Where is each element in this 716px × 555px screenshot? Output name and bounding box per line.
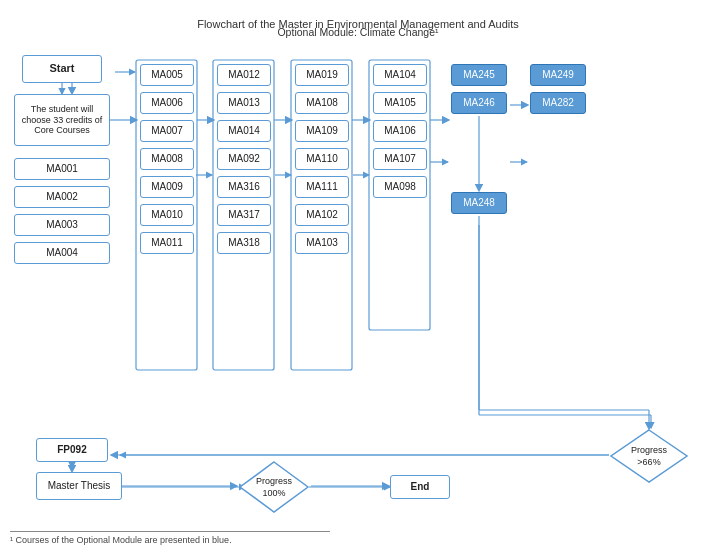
progress100-diamond: Progress 100% xyxy=(238,460,310,514)
ma282-box: MA282 xyxy=(530,92,586,114)
ma104-box: MA104 xyxy=(373,64,427,86)
ma001-box: MA001 xyxy=(14,158,110,180)
svg-text:Progress: Progress xyxy=(631,445,668,455)
ma002-box: MA002 xyxy=(14,186,110,208)
subtitle: Optional Module: Climate Change¹ xyxy=(0,26,716,38)
ma316-box: MA316 xyxy=(217,176,271,198)
ma110-box: MA110 xyxy=(295,148,349,170)
ma245-box: MA245 xyxy=(451,64,507,86)
ma317-box: MA317 xyxy=(217,204,271,226)
ma105-box: MA105 xyxy=(373,92,427,114)
ma318-box: MA318 xyxy=(217,232,271,254)
ma092-box: MA092 xyxy=(217,148,271,170)
end-box: End xyxy=(390,475,450,499)
ma006-box: MA006 xyxy=(140,92,194,114)
ma098-box: MA098 xyxy=(373,176,427,198)
ma102-box: MA102 xyxy=(295,204,349,226)
footnote: ¹ Courses of the Optional Module are pre… xyxy=(10,531,330,545)
svg-marker-21 xyxy=(611,430,687,482)
ma007-box: MA007 xyxy=(140,120,194,142)
ma108-box: MA108 xyxy=(295,92,349,114)
ma106-box: MA106 xyxy=(373,120,427,142)
ma249-box: MA249 xyxy=(530,64,586,86)
ma014-box: MA014 xyxy=(217,120,271,142)
master-thesis-box: Master Thesis xyxy=(36,472,122,500)
ma003-box: MA003 xyxy=(14,214,110,236)
ma248-box: MA248 xyxy=(451,192,507,214)
ma013-box: MA013 xyxy=(217,92,271,114)
svg-marker-18 xyxy=(240,462,308,512)
start-box: Start xyxy=(22,55,102,83)
ma008-box: MA008 xyxy=(140,148,194,170)
ma019-box: MA019 xyxy=(295,64,349,86)
ma246-box: MA246 xyxy=(451,92,507,114)
fp092-box: FP092 xyxy=(36,438,108,462)
ma111-box: MA111 xyxy=(295,176,349,198)
progress66-diamond: Progress >66% xyxy=(609,428,689,484)
page: Flowchart of the Master in Environmental… xyxy=(0,0,716,555)
ma107-box: MA107 xyxy=(373,148,427,170)
ma011-box: MA011 xyxy=(140,232,194,254)
svg-text:Progress: Progress xyxy=(256,476,293,486)
ma005-box: MA005 xyxy=(140,64,194,86)
ma010-box: MA010 xyxy=(140,204,194,226)
ma103-box: MA103 xyxy=(295,232,349,254)
svg-text:100%: 100% xyxy=(262,488,285,498)
ma109-box: MA109 xyxy=(295,120,349,142)
ma004-box: MA004 xyxy=(14,242,110,264)
ma009-box: MA009 xyxy=(140,176,194,198)
core-courses-box: The student will choose 33 credits of Co… xyxy=(14,94,110,146)
ma012-box: MA012 xyxy=(217,64,271,86)
svg-text:>66%: >66% xyxy=(637,457,660,467)
